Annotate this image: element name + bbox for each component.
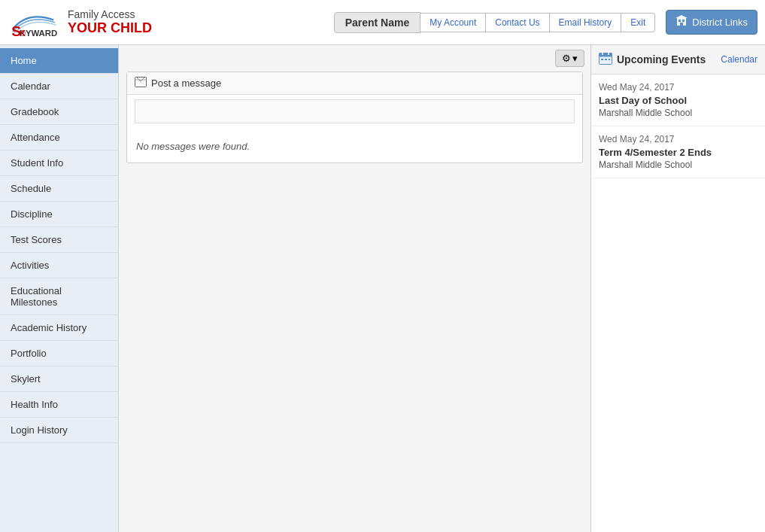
top-bar: S KYWARD ® Family Access YOUR CHILD Pare…: [0, 0, 765, 45]
event-school-2: Marshall Middle School: [599, 160, 757, 170]
sidebar: Home Calendar Gradebook Attendance Stude…: [0, 45, 119, 532]
event-date-2: Wed May 24, 2017: [599, 134, 757, 144]
sidebar-item-login-history[interactable]: Login History: [0, 418, 118, 443]
logo-section: S KYWARD ® Family Access YOUR CHILD: [8, 8, 152, 38]
parent-name-badge: Parent Name: [334, 12, 421, 33]
sidebar-item-activities[interactable]: Activities: [0, 253, 118, 278]
sidebar-item-academic-history[interactable]: Academic History: [0, 315, 118, 341]
svg-rect-5: [682, 20, 685, 22]
svg-rect-14: [601, 59, 603, 60]
post-message-label: Post a message: [151, 78, 221, 89]
message-input[interactable]: [135, 99, 575, 123]
top-right: Parent Name My Account Contact Us Email …: [334, 10, 757, 35]
sidebar-item-home[interactable]: Home: [0, 48, 118, 74]
sidebar-item-skylert[interactable]: Skylert: [0, 366, 118, 392]
svg-text:®: ®: [20, 28, 26, 37]
logo-text: Family Access YOUR CHILD: [68, 8, 152, 36]
sidebar-item-test-scores[interactable]: Test Scores: [0, 227, 118, 253]
sidebar-item-calendar[interactable]: Calendar: [0, 74, 118, 99]
svg-rect-15: [605, 59, 607, 60]
svg-marker-7: [675, 15, 688, 18]
district-links-label: District Links: [692, 17, 748, 28]
building-icon: [675, 15, 688, 29]
events-header: Upcoming Events Calendar: [591, 45, 765, 74]
svg-rect-16: [609, 59, 610, 60]
events-header-left: Upcoming Events: [599, 51, 706, 68]
sidebar-item-health-info[interactable]: Health Info: [0, 392, 118, 418]
sidebar-item-discipline[interactable]: Discipline: [0, 202, 118, 227]
event-item-2: Wed May 24, 2017 Term 4/Semester 2 Ends …: [591, 126, 765, 178]
gear-dropdown-icon: ▾: [572, 53, 578, 64]
calendar-link[interactable]: Calendar: [721, 54, 757, 65]
sidebar-item-attendance[interactable]: Attendance: [0, 125, 118, 150]
gear-button[interactable]: ⚙ ▾: [555, 50, 584, 67]
your-child-label: YOUR CHILD: [68, 20, 152, 36]
post-message-bar[interactable]: Post a message: [127, 72, 582, 95]
sidebar-item-student-info[interactable]: Student Info: [0, 150, 118, 176]
exit-link[interactable]: Exit: [621, 14, 654, 32]
message-area: Post a message No messages were found.: [126, 71, 583, 163]
event-title-2: Term 4/Semester 2 Ends: [599, 147, 757, 158]
right-panel: Upcoming Events Calendar Wed May 24, 201…: [590, 45, 765, 532]
skyward-logo: S KYWARD ®: [8, 8, 60, 38]
calendar-icon: [599, 51, 612, 68]
event-date-1: Wed May 24, 2017: [599, 82, 757, 93]
post-message-icon: [135, 77, 147, 90]
content-area: ⚙ ▾ Post a message No messages were foun…: [119, 45, 590, 532]
svg-rect-8: [135, 78, 147, 87]
contact-us-link[interactable]: Contact Us: [486, 14, 549, 32]
sidebar-item-schedule[interactable]: Schedule: [0, 176, 118, 202]
no-messages-text: No messages were found.: [127, 130, 582, 163]
main-layout: Home Calendar Gradebook Attendance Stude…: [0, 45, 765, 532]
my-account-link[interactable]: My Account: [420, 14, 486, 32]
svg-rect-11: [600, 53, 612, 57]
email-history-link[interactable]: Email History: [550, 14, 622, 32]
event-title-1: Last Day of School: [599, 95, 757, 106]
event-school-1: Marshall Middle School: [599, 108, 757, 118]
sidebar-item-portfolio[interactable]: Portfolio: [0, 341, 118, 366]
district-links-button[interactable]: District Links: [666, 10, 757, 35]
svg-rect-6: [680, 23, 683, 26]
upcoming-events-label: Upcoming Events: [617, 53, 706, 65]
event-item-1: Wed May 24, 2017 Last Day of School Mars…: [591, 74, 765, 126]
content-toolbar: ⚙ ▾: [119, 45, 590, 71]
svg-rect-4: [678, 20, 681, 22]
top-nav: My Account Contact Us Email History Exit: [420, 13, 655, 32]
gear-icon: ⚙: [562, 53, 571, 64]
family-access-label: Family Access: [68, 8, 152, 20]
sidebar-item-gradebook[interactable]: Gradebook: [0, 99, 118, 125]
sidebar-item-educational-milestones[interactable]: Educational Milestones: [0, 278, 118, 315]
